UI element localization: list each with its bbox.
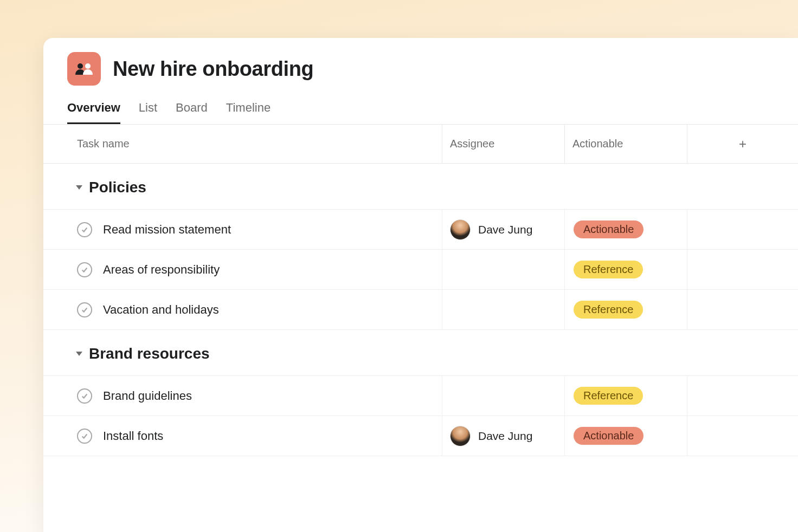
task-row[interactable]: Read mission statement Dave JungActionab… (43, 210, 798, 250)
tab-overview[interactable]: Overview (67, 101, 120, 124)
tab-list[interactable]: List (139, 101, 157, 124)
task-name: Areas of responsibility (103, 263, 220, 277)
complete-task-button[interactable] (77, 302, 92, 317)
complete-task-button[interactable] (77, 388, 92, 404)
assignee-cell[interactable] (442, 376, 565, 416)
task-row[interactable]: Areas of responsibilityReference (43, 250, 798, 290)
add-column-button[interactable]: + (687, 137, 798, 152)
empty-cell (687, 376, 798, 416)
empty-cell (687, 250, 798, 289)
complete-task-button[interactable] (77, 262, 92, 277)
task-cell[interactable]: Brand guidelines (43, 376, 442, 416)
tag-reference[interactable]: Reference (574, 301, 643, 319)
svg-point-1 (85, 63, 91, 69)
task-row[interactable]: Brand guidelinesReference (43, 376, 798, 416)
people-icon (75, 62, 93, 75)
complete-task-button[interactable] (77, 222, 92, 237)
task-cell[interactable]: Areas of responsibility (43, 250, 442, 289)
section-title: Policies (89, 179, 146, 196)
empty-cell (687, 290, 798, 329)
assignee-cell[interactable] (442, 290, 565, 329)
section-header[interactable]: Brand resources (43, 330, 798, 376)
tag-cell[interactable]: Reference (565, 250, 687, 289)
task-cell[interactable]: Vacation and holidays (43, 290, 442, 329)
tag-cell[interactable]: Reference (565, 290, 687, 329)
tag-actionable[interactable]: Actionable (574, 220, 643, 238)
tag-reference[interactable]: Reference (574, 261, 643, 278)
tab-timeline[interactable]: Timeline (226, 101, 271, 124)
project-icon (67, 52, 101, 86)
tag-reference[interactable]: Reference (574, 387, 643, 405)
section-title: Brand resources (89, 345, 210, 362)
column-headers: Task name Assignee Actionable + (43, 125, 798, 164)
app-window: New hire onboarding Overview List Board … (43, 38, 798, 532)
assignee-avatar (450, 219, 471, 240)
task-name: Read mission statement (103, 223, 231, 237)
task-name: Install fonts (103, 429, 163, 443)
task-cell[interactable]: Read mission statement (43, 210, 442, 249)
task-grid: Task name Assignee Actionable + Policies… (43, 124, 798, 456)
task-row[interactable]: Install fonts Dave JungActionable (43, 416, 798, 456)
section-header[interactable]: Policies (43, 164, 798, 210)
assignee-name: Dave Jung (478, 430, 532, 443)
tag-cell[interactable]: Actionable (565, 210, 687, 249)
tag-cell[interactable]: Actionable (565, 416, 687, 456)
tabs: Overview List Board Timeline (67, 101, 774, 124)
svg-point-0 (78, 63, 83, 69)
assignee-cell[interactable]: Dave Jung (442, 210, 565, 249)
assignee-cell[interactable] (442, 250, 565, 289)
project-header: New hire onboarding Overview List Board … (43, 38, 798, 124)
assignee-name: Dave Jung (478, 223, 532, 236)
task-row[interactable]: Vacation and holidaysReference (43, 290, 798, 330)
task-cell[interactable]: Install fonts (43, 416, 442, 456)
column-header-actionable: Actionable (565, 125, 687, 163)
complete-task-button[interactable] (77, 429, 92, 444)
tab-board[interactable]: Board (176, 101, 208, 124)
caret-down-icon[interactable] (76, 185, 82, 190)
assignee-avatar (450, 426, 471, 446)
empty-cell (687, 416, 798, 456)
column-header-assignee: Assignee (442, 125, 565, 163)
tag-actionable[interactable]: Actionable (574, 427, 643, 445)
assignee-cell[interactable]: Dave Jung (442, 416, 565, 456)
column-header-task: Task name (43, 125, 442, 163)
task-name: Vacation and holidays (103, 303, 219, 317)
caret-down-icon[interactable] (76, 352, 82, 356)
project-title: New hire onboarding (113, 57, 313, 81)
tag-cell[interactable]: Reference (565, 376, 687, 416)
task-name: Brand guidelines (103, 389, 192, 403)
empty-cell (687, 210, 798, 249)
